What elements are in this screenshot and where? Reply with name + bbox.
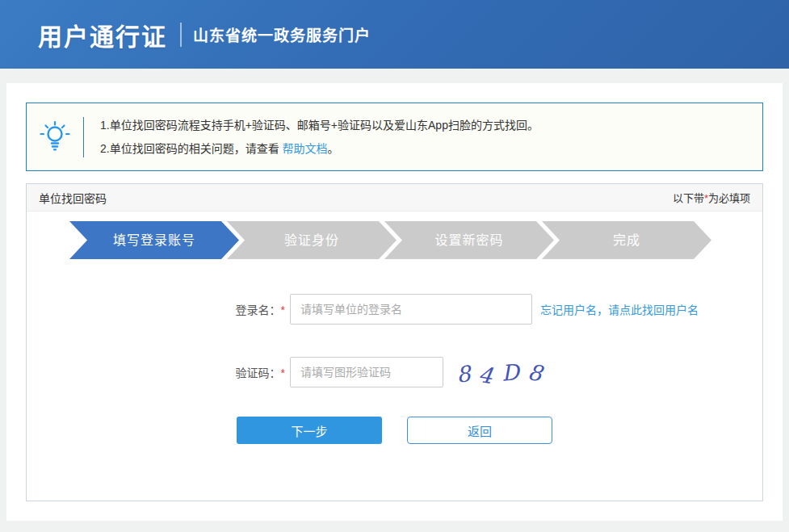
step-fill-account: 填写登录账号: [69, 221, 239, 259]
page-subtitle: 山东省统一政务服务门户: [193, 23, 371, 45]
captcha-input[interactable]: [290, 357, 443, 387]
captcha-row: 验证码：* 8 4 D 8: [27, 357, 762, 387]
page-title: 用户通行证: [38, 17, 167, 52]
main-panel: 1.单位找回密码流程支持手机+验证码、邮箱号+验证码以及爱山东App扫脸的方式找…: [6, 83, 783, 521]
login-name-label: 登录名：*: [27, 301, 285, 317]
captcha-image[interactable]: 8 4 D 8: [456, 360, 551, 385]
section-title: 单位找回密码: [39, 190, 107, 206]
captcha-label: 验证码：*: [27, 364, 285, 380]
progress-stepper: 填写登录账号 验证身份 设置新密码 完成: [69, 221, 762, 259]
notice-line-1: 1.单位找回密码流程支持手机+验证码、邮箱号+验证码以及爱山东App扫脸的方式找…: [100, 114, 539, 137]
login-name-input[interactable]: [290, 294, 532, 325]
back-button[interactable]: 返回: [407, 417, 552, 444]
notice-box: 1.单位找回密码流程支持手机+验证码、邮箱号+验证码以及爱山东App扫脸的方式找…: [26, 103, 763, 171]
help-doc-link[interactable]: 帮助文档: [283, 142, 328, 155]
step-complete: 完成: [542, 221, 711, 259]
required-note: 以下带*为必填项: [673, 190, 750, 205]
notice-line-2: 2.单位找回密码的相关问题，请查看 帮助文档。: [100, 137, 539, 161]
page-header: 用户通行证 山东省统一政务服务门户: [0, 0, 789, 69]
header-divider: [180, 23, 182, 47]
captcha-required-asterisk: *: [281, 367, 285, 379]
lightbulb-icon: [27, 119, 83, 155]
login-required-asterisk: *: [281, 304, 285, 316]
forgot-username-link[interactable]: 忘记用户名，请点此找回用户名: [540, 301, 699, 317]
notice-text: 1.单位找回密码流程支持手机+验证码、邮箱号+验证码以及爱山东App扫脸的方式找…: [84, 114, 539, 161]
section-header: 单位找回密码 以下带*为必填项: [27, 184, 762, 212]
step-verify-identity: 验证身份: [227, 221, 397, 259]
login-name-row: 登录名：* 忘记用户名，请点此找回用户名: [27, 294, 762, 325]
password-recovery-section: 单位找回密码 以下带*为必填项 填写登录账号 验证身份 设置新密码 完成 登录名…: [26, 183, 763, 501]
step-set-new-password: 设置新密码: [384, 221, 554, 259]
button-row: 下一步 返回: [237, 417, 762, 444]
next-step-button[interactable]: 下一步: [237, 417, 382, 444]
